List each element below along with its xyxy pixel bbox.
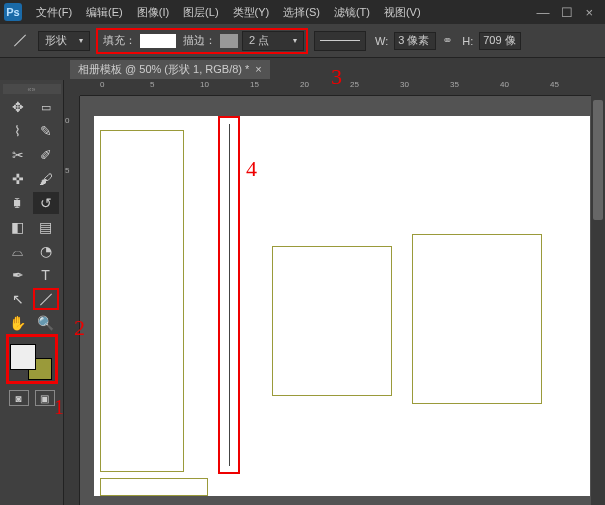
- marquee-tool[interactable]: ▭: [33, 96, 59, 118]
- menu-image[interactable]: 图像(I): [131, 3, 175, 22]
- pen-tool[interactable]: ✒: [5, 264, 31, 286]
- stroke-style-dropdown[interactable]: [314, 31, 366, 51]
- menu-edit[interactable]: 编辑(E): [80, 3, 129, 22]
- shape-rect-3[interactable]: [412, 234, 542, 404]
- ruler-vertical[interactable]: 0 5: [64, 96, 80, 505]
- screen-mode-button[interactable]: ▣: [35, 390, 55, 406]
- menu-select[interactable]: 选择(S): [277, 3, 326, 22]
- annotation-box-4-target: [218, 116, 240, 474]
- width-label: W:: [375, 35, 388, 47]
- type-tool[interactable]: T: [33, 264, 59, 286]
- toolbox-collapse-button[interactable]: «»: [3, 84, 61, 94]
- ruler-corner: [64, 80, 80, 96]
- document-canvas[interactable]: [94, 116, 590, 496]
- stamp-tool[interactable]: ⧯: [5, 192, 31, 214]
- quick-select-tool[interactable]: ✎: [33, 120, 59, 142]
- toolbox: «» ✥ ▭ ⌇ ✎ ✂ ✐ ✜ 🖌 ⧯ ↺ ◧ ▤ ⌓ ◔ ✒ T ↖ ✋ 🔍: [0, 80, 64, 505]
- crop-tool[interactable]: ✂: [5, 144, 31, 166]
- annotation-box-1-target: [6, 334, 58, 384]
- height-label: H:: [462, 35, 473, 47]
- dodge-tool[interactable]: ◔: [33, 240, 59, 262]
- canvas-area: 0 5 10 15 20 25 30 35 40 45 0 5: [64, 80, 605, 505]
- lasso-tool[interactable]: ⌇: [5, 120, 31, 142]
- shape-mode-dropdown[interactable]: 形状 ▾: [38, 31, 90, 51]
- menu-view[interactable]: 视图(V): [378, 3, 427, 22]
- shape-rect-4[interactable]: [100, 478, 208, 496]
- fill-color-swatch[interactable]: [140, 34, 176, 48]
- menu-filter[interactable]: 滤镜(T): [328, 3, 376, 22]
- document-tab-bar: 相册模板 @ 50% (形状 1, RGB/8) * ×: [0, 58, 605, 80]
- path-select-tool[interactable]: ↖: [5, 288, 31, 310]
- smudge-tool[interactable]: ⌓: [5, 240, 31, 262]
- options-bar: 形状 ▾ 填充： 描边： 2 点 ▾ W: ⚭ H:: [0, 24, 605, 58]
- menu-file[interactable]: 文件(F): [30, 3, 78, 22]
- chevron-down-icon: ▾: [79, 36, 83, 45]
- scrollbar-thumb[interactable]: [593, 100, 603, 220]
- gradient-tool[interactable]: ▤: [33, 216, 59, 238]
- line-tool[interactable]: [33, 288, 59, 310]
- stroke-label: 描边：: [183, 33, 216, 48]
- line-tool-icon[interactable]: [8, 29, 32, 53]
- zoom-tool[interactable]: 🔍: [33, 312, 59, 334]
- foreground-color[interactable]: [10, 344, 36, 370]
- annotation-2: 2: [74, 315, 85, 341]
- menu-layer[interactable]: 图层(L): [177, 3, 224, 22]
- stroke-width-value: 2 点: [249, 33, 269, 48]
- width-input[interactable]: [394, 32, 436, 50]
- brush-tool[interactable]: 🖌: [33, 168, 59, 190]
- maximize-button[interactable]: ☐: [561, 5, 573, 20]
- height-input[interactable]: [479, 32, 521, 50]
- workspace: «» ✥ ▭ ⌇ ✎ ✂ ✐ ✜ 🖌 ⧯ ↺ ◧ ▤ ⌓ ◔ ✒ T ↖ ✋ 🔍: [0, 80, 605, 505]
- annotation-1: 1: [54, 396, 64, 419]
- fill-label: 填充：: [103, 33, 136, 48]
- annotation-3: 3: [331, 64, 342, 90]
- move-tool[interactable]: ✥: [5, 96, 31, 118]
- window-controls: — ☐ ×: [536, 5, 593, 20]
- tab-close-icon[interactable]: ×: [255, 63, 261, 75]
- minimize-button[interactable]: —: [536, 5, 549, 20]
- menu-type[interactable]: 类型(Y): [227, 3, 276, 22]
- shape-rect-2[interactable]: [272, 246, 392, 396]
- app-logo: Ps: [4, 3, 22, 21]
- healing-tool[interactable]: ✜: [5, 168, 31, 190]
- chevron-down-icon: ▾: [293, 36, 297, 45]
- document-tab[interactable]: 相册模板 @ 50% (形状 1, RGB/8) * ×: [70, 60, 270, 79]
- menu-bar: 文件(F) 编辑(E) 图像(I) 图层(L) 类型(Y) 选择(S) 滤镜(T…: [30, 3, 536, 22]
- stroke-color-swatch[interactable]: [220, 34, 238, 48]
- eraser-tool[interactable]: ◧: [5, 216, 31, 238]
- annotation-4: 4: [246, 156, 257, 182]
- history-brush-tool[interactable]: ↺: [33, 192, 59, 214]
- stroke-width-dropdown[interactable]: 2 点 ▾: [242, 31, 304, 51]
- title-bar: Ps 文件(F) 编辑(E) 图像(I) 图层(L) 类型(Y) 选择(S) 滤…: [0, 0, 605, 24]
- annotation-box-3-target: 填充： 描边： 2 点 ▾: [96, 28, 308, 54]
- shape-rect-1[interactable]: [100, 130, 184, 472]
- shape-mode-label: 形状: [45, 33, 67, 48]
- quick-mask-button[interactable]: ◙: [9, 390, 29, 406]
- line-shape[interactable]: [229, 124, 230, 466]
- vertical-scrollbar[interactable]: [591, 80, 605, 505]
- eyedropper-tool[interactable]: ✐: [33, 144, 59, 166]
- color-swatches: [10, 344, 54, 380]
- close-button[interactable]: ×: [585, 5, 593, 20]
- hand-tool[interactable]: ✋: [5, 312, 31, 334]
- link-wh-icon[interactable]: ⚭: [442, 33, 453, 48]
- document-tab-title: 相册模板 @ 50% (形状 1, RGB/8) *: [78, 62, 249, 77]
- ruler-horizontal[interactable]: 0 5 10 15 20 25 30 35 40 45: [80, 80, 605, 96]
